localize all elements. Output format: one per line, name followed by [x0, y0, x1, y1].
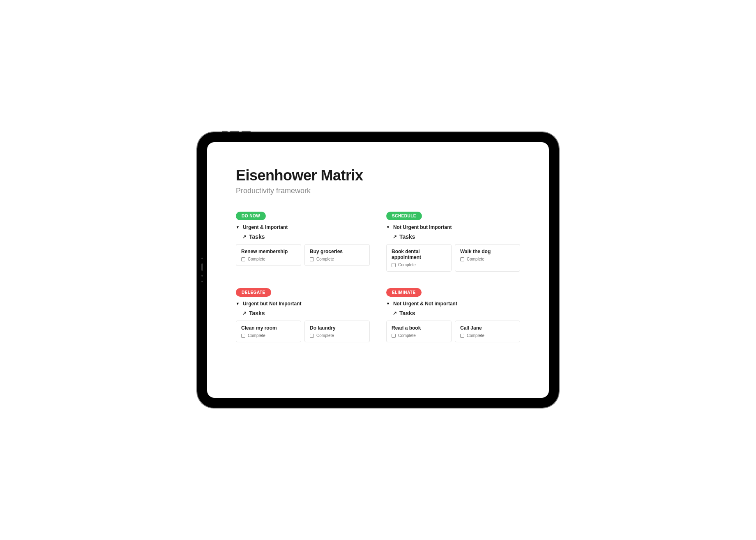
section-toggle[interactable]: ▼ Urgent but Not Important	[236, 301, 370, 307]
task-title: Call Jane	[460, 325, 515, 331]
tasks-link[interactable]: ↗ Tasks	[393, 233, 520, 240]
checkbox[interactable]	[241, 257, 245, 261]
checkbox[interactable]	[310, 257, 314, 261]
matrix-grid: DO NOW ▼ Urgent & Important ↗ Tasks Rene…	[236, 212, 520, 342]
arrow-up-right-icon: ↗	[242, 310, 247, 316]
pill-delegate: DELEGATE	[236, 288, 271, 297]
task-card[interactable]: Do laundry Complete	[304, 321, 370, 342]
task-title: Walk the dog	[460, 249, 515, 254]
tasks-label: Tasks	[399, 233, 415, 240]
section-toggle[interactable]: ▼ Not Urgent but Important	[386, 224, 520, 230]
tablet-top-buttons	[222, 131, 251, 132]
arrow-up-right-icon: ↗	[393, 234, 397, 240]
section-toggle[interactable]: ▼ Not Urgent & Not important	[386, 301, 520, 307]
complete-label: Complete	[248, 257, 265, 261]
complete-label: Complete	[398, 333, 416, 338]
pill-schedule: SCHEDULE	[386, 212, 422, 220]
quadrant-eliminate: ELIMINATE ▼ Not Urgent & Not important ↗…	[386, 288, 520, 342]
task-card[interactable]: Buy groceries Complete	[304, 244, 370, 266]
screen: Eisenhower Matrix Productivity framework…	[207, 142, 549, 398]
task-complete-row: Complete	[392, 333, 446, 338]
task-complete-row: Complete	[460, 257, 515, 261]
chevron-down-icon: ▼	[386, 302, 390, 306]
task-complete-row: Complete	[310, 333, 364, 338]
tasks-label: Tasks	[249, 233, 265, 240]
chevron-down-icon: ▼	[236, 225, 240, 229]
task-complete-row: Complete	[241, 333, 296, 338]
quadrant-delegate: DELEGATE ▼ Urgent but Not Important ↗ Ta…	[236, 288, 370, 342]
tasks-link[interactable]: ↗ Tasks	[393, 310, 520, 316]
complete-label: Complete	[467, 333, 484, 338]
section-label: Urgent & Important	[243, 224, 288, 230]
tasks-link[interactable]: ↗ Tasks	[242, 233, 370, 240]
chevron-down-icon: ▼	[236, 302, 240, 306]
chevron-down-icon: ▼	[386, 225, 390, 229]
tasks-label: Tasks	[399, 310, 415, 316]
task-complete-row: Complete	[310, 257, 364, 261]
complete-label: Complete	[467, 257, 484, 261]
section-toggle[interactable]: ▼ Urgent & Important	[236, 224, 370, 230]
complete-label: Complete	[316, 333, 334, 338]
tablet-side-sensors	[201, 258, 203, 282]
task-card[interactable]: Clean my room Complete	[236, 321, 301, 342]
checkbox[interactable]	[241, 334, 245, 338]
task-complete-row: Complete	[392, 263, 446, 267]
task-grid: Clean my room Complete Do laundry Comple…	[236, 321, 370, 342]
checkbox[interactable]	[460, 257, 464, 261]
task-complete-row: Complete	[241, 257, 296, 261]
task-card[interactable]: Renew membership Complete	[236, 244, 301, 266]
task-grid: Book dental appointment Complete Walk th…	[386, 244, 520, 272]
task-title: Read a book	[392, 325, 446, 331]
checkbox[interactable]	[460, 334, 464, 338]
checkbox[interactable]	[392, 263, 396, 267]
arrow-up-right-icon: ↗	[393, 310, 397, 316]
section-label: Urgent but Not Important	[243, 301, 302, 307]
task-title: Clean my room	[241, 325, 296, 331]
quadrant-do-now: DO NOW ▼ Urgent & Important ↗ Tasks Rene…	[236, 212, 370, 272]
pill-do-now: DO NOW	[236, 212, 266, 220]
task-grid: Read a book Complete Call Jane Complete	[386, 321, 520, 342]
pill-eliminate: ELIMINATE	[386, 288, 422, 297]
checkbox[interactable]	[310, 334, 314, 338]
task-title: Renew membership	[241, 249, 296, 254]
complete-label: Complete	[248, 333, 265, 338]
complete-label: Complete	[316, 257, 334, 261]
task-title: Do laundry	[310, 325, 364, 331]
task-grid: Renew membership Complete Buy groceries …	[236, 244, 370, 266]
section-label: Not Urgent & Not important	[393, 301, 457, 307]
task-complete-row: Complete	[460, 333, 515, 338]
quadrant-schedule: SCHEDULE ▼ Not Urgent but Important ↗ Ta…	[386, 212, 520, 272]
section-label: Not Urgent but Important	[393, 224, 452, 230]
task-title: Book dental appointment	[392, 249, 446, 260]
page-title: Eisenhower Matrix	[236, 167, 520, 184]
page-subtitle: Productivity framework	[236, 187, 520, 195]
task-card[interactable]: Book dental appointment Complete	[386, 244, 452, 272]
checkbox[interactable]	[392, 334, 396, 338]
tasks-label: Tasks	[249, 310, 265, 316]
tasks-link[interactable]: ↗ Tasks	[242, 310, 370, 316]
task-card[interactable]: Read a book Complete	[386, 321, 452, 342]
complete-label: Complete	[398, 263, 416, 267]
task-title: Buy groceries	[310, 249, 364, 254]
task-card[interactable]: Walk the dog Complete	[455, 244, 520, 272]
task-card[interactable]: Call Jane Complete	[455, 321, 520, 342]
tablet-frame: Eisenhower Matrix Productivity framework…	[197, 132, 559, 408]
arrow-up-right-icon: ↗	[242, 234, 247, 240]
